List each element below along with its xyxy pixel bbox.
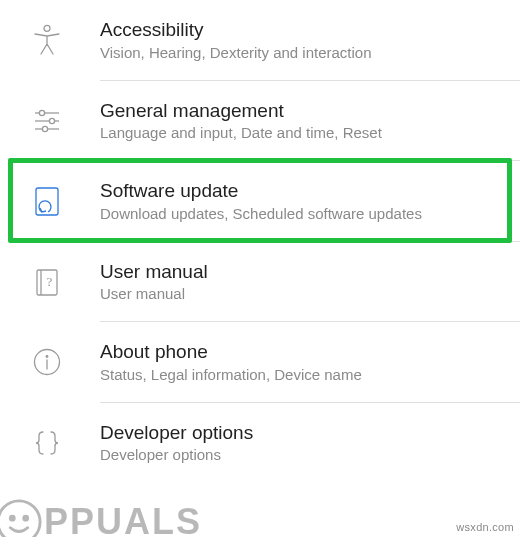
svg-point-4 [49, 118, 54, 123]
settings-item-accessibility[interactable]: AccessibilityVision, Hearing, Dexterity … [0, 0, 520, 81]
settings-item-title: Developer options [100, 421, 500, 445]
sliders-icon [22, 104, 72, 138]
settings-item-subtitle: Developer options [100, 446, 500, 465]
settings-item-text: General managementLanguage and input, Da… [100, 99, 500, 144]
settings-item-user-manual[interactable]: ?User manualUser manual [0, 242, 520, 323]
settings-item-software-update[interactable]: Software updateDownload updates, Schedul… [0, 161, 520, 242]
book-icon: ? [22, 265, 72, 299]
settings-item-about-phone[interactable]: About phoneStatus, Legal information, De… [0, 322, 520, 403]
svg-point-12 [46, 355, 49, 358]
svg-point-6 [42, 126, 47, 131]
source-watermark: wsxdn.com [456, 521, 514, 533]
update-icon [22, 184, 72, 218]
settings-item-title: General management [100, 99, 500, 123]
settings-item-developer-options[interactable]: Developer optionsDeveloper options [0, 403, 520, 484]
svg-point-0 [44, 26, 50, 32]
settings-list: AccessibilityVision, Hearing, Dexterity … [0, 0, 520, 483]
settings-item-title: Software update [100, 179, 500, 203]
watermark: PPUALS [0, 499, 202, 537]
settings-item-subtitle: Vision, Hearing, Dexterity and interacti… [100, 44, 500, 63]
settings-item-title: About phone [100, 340, 500, 364]
settings-item-title: Accessibility [100, 18, 500, 42]
settings-item-general-management[interactable]: General managementLanguage and input, Da… [0, 81, 520, 162]
svg-text:?: ? [47, 274, 53, 289]
settings-item-text: User manualUser manual [100, 260, 500, 305]
settings-item-text: Developer optionsDeveloper options [100, 421, 500, 466]
settings-item-subtitle: Language and input, Date and time, Reset [100, 124, 500, 143]
watermark-text: PPUALS [44, 501, 202, 537]
watermark-logo-icon [0, 499, 42, 537]
settings-item-title: User manual [100, 260, 500, 284]
svg-point-16 [22, 515, 29, 522]
braces-icon [22, 426, 72, 460]
settings-item-text: AccessibilityVision, Hearing, Dexterity … [100, 18, 500, 63]
info-icon [22, 345, 72, 379]
svg-point-14 [0, 501, 40, 537]
svg-point-2 [39, 110, 44, 115]
settings-item-subtitle: User manual [100, 285, 500, 304]
settings-item-text: About phoneStatus, Legal information, De… [100, 340, 500, 385]
svg-point-15 [9, 515, 16, 522]
settings-item-subtitle: Download updates, Scheduled software upd… [100, 205, 500, 224]
settings-item-subtitle: Status, Legal information, Device name [100, 366, 500, 385]
settings-item-text: Software updateDownload updates, Schedul… [100, 179, 500, 224]
accessibility-icon [22, 23, 72, 57]
